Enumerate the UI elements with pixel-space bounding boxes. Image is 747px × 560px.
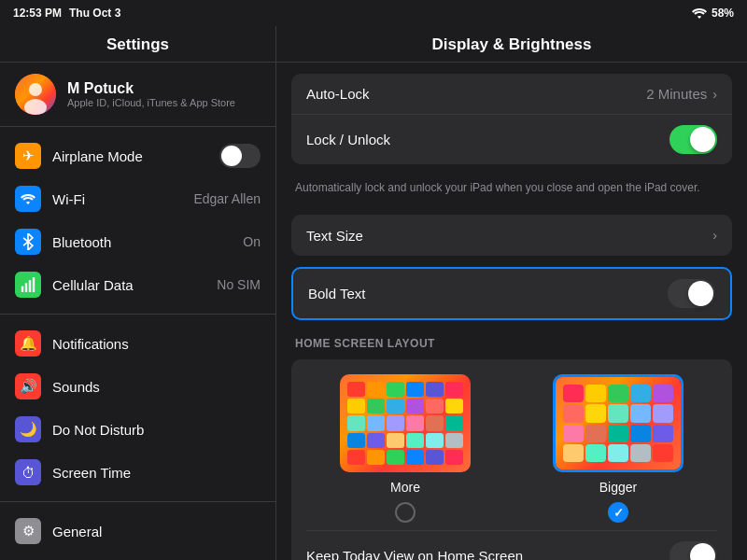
text-size-row[interactable]: Text Size ›	[291, 215, 732, 256]
sidebar-item-control-center[interactable]: 🎛 Control Center	[0, 553, 275, 560]
bluetooth-label: Bluetooth	[52, 234, 232, 250]
sounds-label: Sounds	[52, 379, 261, 395]
sidebar-item-airplane-mode[interactable]: ✈ Airplane Mode	[0, 134, 275, 177]
sidebar-notifications-section: 🔔 Notifications 🔊 Sounds 🌙 Do Not Distur…	[0, 315, 275, 502]
layout-options: More Bigger	[306, 374, 717, 523]
bold-text-toggle[interactable]	[668, 279, 715, 308]
sidebar-item-bluetooth[interactable]: Bluetooth On	[0, 220, 275, 263]
bluetooth-icon	[15, 229, 41, 255]
svg-point-1	[29, 83, 42, 96]
do-not-disturb-icon: 🌙	[15, 416, 41, 442]
more-radio[interactable]	[395, 502, 416, 523]
sidebar-user[interactable]: M Potuck Apple ID, iCloud, iTunes & App …	[0, 63, 275, 127]
user-subtitle: Apple ID, iCloud, iTunes & App Store	[67, 97, 235, 108]
airplane-icon: ✈	[15, 143, 41, 169]
wifi-settings-icon	[15, 186, 41, 212]
status-left: 12:53 PM Thu Oct 3	[13, 7, 120, 20]
sidebar-item-cellular[interactable]: Cellular Data No SIM	[0, 263, 275, 306]
keep-today-row[interactable]: Keep Today View on Home Screen	[306, 530, 717, 560]
more-label: More	[390, 480, 420, 495]
airplane-label: Airplane Mode	[52, 148, 208, 164]
lock-unlock-label: Lock / Unlock	[306, 132, 669, 147]
sidebar-item-wifi[interactable]: Wi-Fi Edgar Allen	[0, 177, 275, 220]
main-title: Display & Brightness	[276, 26, 747, 63]
bluetooth-value: On	[243, 234, 261, 249]
more-layout-thumb	[340, 374, 471, 472]
sidebar: Settings M Potuck Apple ID, iCloud,	[0, 0, 276, 560]
cellular-value: No SIM	[217, 277, 261, 292]
main-panel: Display & Brightness Auto-Lock 2 Minutes…	[276, 0, 747, 560]
sidebar-item-notifications[interactable]: 🔔 Notifications	[0, 322, 275, 365]
layout-more-option[interactable]: More	[340, 374, 471, 523]
time: 12:53 PM	[13, 7, 62, 20]
notifications-icon: 🔔	[15, 330, 41, 357]
bigger-label: Bigger	[599, 480, 637, 495]
sidebar-title: Settings	[0, 26, 275, 63]
bold-text-label: Bold Text	[308, 286, 668, 301]
sidebar-item-sounds[interactable]: 🔊 Sounds	[0, 365, 275, 408]
lock-unlock-toggle[interactable]	[669, 125, 717, 154]
svg-rect-5	[29, 280, 31, 292]
cellular-icon	[15, 272, 41, 298]
wifi-icon	[692, 7, 707, 19]
bigger-grid	[563, 385, 673, 462]
screen-time-label: Screen Time	[52, 465, 261, 481]
auto-lock-chevron: ›	[712, 87, 717, 102]
bigger-radio[interactable]	[608, 502, 628, 523]
lock-unlock-note: Automatically lock and unlock your iPad …	[291, 175, 732, 203]
battery: 58%	[712, 7, 734, 20]
svg-rect-3	[21, 287, 23, 292]
svg-rect-6	[33, 277, 35, 292]
general-label: General	[52, 524, 261, 539]
sidebar-item-do-not-disturb[interactable]: 🌙 Do Not Disturb	[0, 408, 275, 451]
wifi-value: Edgar Allen	[193, 191, 261, 206]
text-size-label: Text Size	[306, 228, 712, 244]
auto-lock-label: Auto-Lock	[306, 86, 646, 102]
keep-today-toggle[interactable]	[669, 541, 717, 560]
notifications-label: Notifications	[52, 336, 261, 352]
sidebar-general-section: ⚙ General 🎛 Control Center AA Display & …	[0, 502, 275, 560]
user-name: M Potuck	[67, 80, 235, 97]
wifi-label: Wi-Fi	[52, 191, 182, 207]
user-info: M Potuck Apple ID, iCloud, iTunes & App …	[67, 80, 235, 108]
sidebar-item-general[interactable]: ⚙ General	[0, 510, 275, 553]
date: Thu Oct 3	[69, 7, 120, 20]
status-bar: 12:53 PM Thu Oct 3 58%	[0, 0, 747, 26]
bigger-layout-thumb	[553, 374, 684, 472]
sidebar-item-screen-time[interactable]: ⏱ Screen Time	[0, 451, 275, 494]
sidebar-network-section: ✈ Airplane Mode Wi-Fi Edgar Allen	[0, 127, 275, 315]
layout-bigger-option[interactable]: Bigger	[553, 374, 684, 523]
bold-text-row[interactable]: Bold Text	[291, 267, 732, 320]
status-right: 58%	[692, 7, 734, 20]
cellular-label: Cellular Data	[52, 277, 205, 293]
sounds-icon: 🔊	[15, 373, 41, 399]
avatar	[15, 74, 56, 115]
do-not-disturb-label: Do Not Disturb	[52, 422, 261, 438]
airplane-toggle[interactable]	[219, 144, 261, 168]
text-size-group: Text Size ›	[291, 215, 732, 256]
general-icon: ⚙	[15, 518, 41, 544]
auto-lock-value: 2 Minutes	[646, 86, 707, 102]
home-screen-section-header: HOME SCREEN LAYOUT	[291, 324, 732, 356]
svg-rect-4	[25, 283, 27, 292]
text-size-chevron: ›	[712, 228, 717, 243]
more-grid	[347, 382, 463, 465]
auto-lock-row[interactable]: Auto-Lock 2 Minutes ›	[291, 74, 732, 115]
keep-today-label: Keep Today View on Home Screen	[306, 548, 669, 560]
auto-lock-group: Auto-Lock 2 Minutes › Lock / Unlock	[291, 74, 732, 164]
screen-time-icon: ⏱	[15, 459, 41, 485]
home-screen-layout: More Bigger Keep Today View on Home Scr	[291, 359, 732, 560]
lock-unlock-row[interactable]: Lock / Unlock	[291, 115, 732, 164]
main-content: Auto-Lock 2 Minutes › Lock / Unlock Auto…	[276, 63, 747, 560]
